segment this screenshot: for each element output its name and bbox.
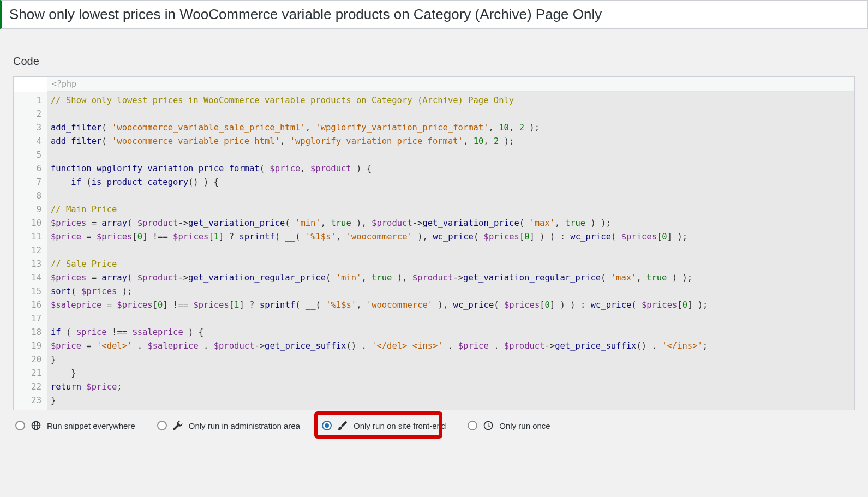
code-line[interactable]: function wpglorify_variation_price_forma… <box>51 162 851 176</box>
line-number: 18 <box>14 326 41 339</box>
line-number: 19 <box>14 339 41 353</box>
radio-indicator[interactable] <box>15 421 25 430</box>
code-section-heading: Code <box>13 55 855 68</box>
code-line[interactable]: $price = '<del>' . $saleprice . $product… <box>51 339 851 353</box>
scope-option-once[interactable]: Only run once <box>468 420 550 431</box>
code-line[interactable]: $price = $prices[0] !== $prices[1] ? spr… <box>51 230 851 244</box>
line-number: 8 <box>14 189 41 203</box>
line-number: 13 <box>14 258 41 271</box>
line-number: 12 <box>14 244 41 258</box>
line-number: 22 <box>14 380 41 394</box>
radio-indicator[interactable] <box>322 421 332 430</box>
clock-icon <box>483 420 494 431</box>
line-number: 6 <box>14 162 41 176</box>
code-line[interactable] <box>51 189 851 203</box>
code-line[interactable]: // Main Price <box>51 203 851 217</box>
line-number: 11 <box>14 230 41 244</box>
php-open-tag: <?php <box>47 77 854 92</box>
line-number: 23 <box>14 394 41 408</box>
code-line[interactable]: return $price; <box>51 380 851 394</box>
code-line[interactable]: // Show only lowest prices in WooCommerc… <box>51 94 851 107</box>
line-number: 2 <box>14 107 41 121</box>
line-number: 10 <box>14 217 41 230</box>
code-content[interactable]: // Show only lowest prices in WooCommerc… <box>47 92 854 410</box>
code-line[interactable]: } <box>51 394 851 408</box>
line-number: 20 <box>14 353 41 367</box>
radio-indicator[interactable] <box>157 421 167 430</box>
code-line[interactable]: add_filter( 'woocommerce_variable_price_… <box>51 135 851 148</box>
brush-icon <box>337 420 348 431</box>
line-number: 16 <box>14 298 41 312</box>
line-number: 14 <box>14 271 41 285</box>
line-number: 3 <box>14 121 41 135</box>
line-number: 15 <box>14 285 41 298</box>
code-line[interactable]: if (is_product_category() ) { <box>51 176 851 189</box>
line-number: 4 <box>14 135 41 148</box>
code-line[interactable] <box>51 148 851 162</box>
line-number: 17 <box>14 312 41 326</box>
wrench-icon <box>172 420 183 431</box>
code-line[interactable]: $prices = array( $product->get_variation… <box>51 217 851 230</box>
scope-option-admin[interactable]: Only run in administration area <box>157 420 300 431</box>
line-number-gutter: 1234567891011121314151617181920212223 <box>14 92 47 410</box>
scope-option-everywhere[interactable]: Run snippet everywhere <box>15 420 135 431</box>
scope-option-label: Only run once <box>499 421 550 430</box>
code-line[interactable] <box>51 312 851 326</box>
code-line[interactable]: } <box>51 367 851 380</box>
code-editor[interactable]: <?php 1234567891011121314151617181920212… <box>13 76 855 410</box>
scope-option-label: Run snippet everywhere <box>47 421 135 430</box>
code-line[interactable] <box>51 107 851 121</box>
line-number: 1 <box>14 94 41 107</box>
code-line[interactable]: sort( $prices ); <box>51 285 851 298</box>
line-number: 9 <box>14 203 41 217</box>
globe-icon <box>31 420 41 431</box>
code-line[interactable]: if ( $price !== $saleprice ) { <box>51 326 851 339</box>
scope-option-label: Only run in administration area <box>189 421 300 430</box>
radio-indicator[interactable] <box>468 421 477 430</box>
code-line[interactable]: } <box>51 353 851 367</box>
line-number: 5 <box>14 148 41 162</box>
line-number: 21 <box>14 367 41 380</box>
code-line[interactable] <box>51 244 851 258</box>
scope-radio-group: Run snippet everywhereOnly run in admini… <box>13 410 855 431</box>
line-number: 7 <box>14 176 41 189</box>
code-line[interactable]: // Sale Price <box>51 258 851 271</box>
code-line[interactable]: $saleprice = $prices[0] !== $prices[1] ?… <box>51 298 851 312</box>
scope-option-label: Only run on site front-end <box>354 421 446 430</box>
snippet-title-input[interactable] <box>0 0 868 29</box>
code-line[interactable]: add_filter( 'woocommerce_variable_sale_p… <box>51 121 851 135</box>
code-line[interactable]: $prices = array( $product->get_variation… <box>51 271 851 285</box>
scope-option-frontend[interactable]: Only run on site front-end <box>322 420 446 431</box>
